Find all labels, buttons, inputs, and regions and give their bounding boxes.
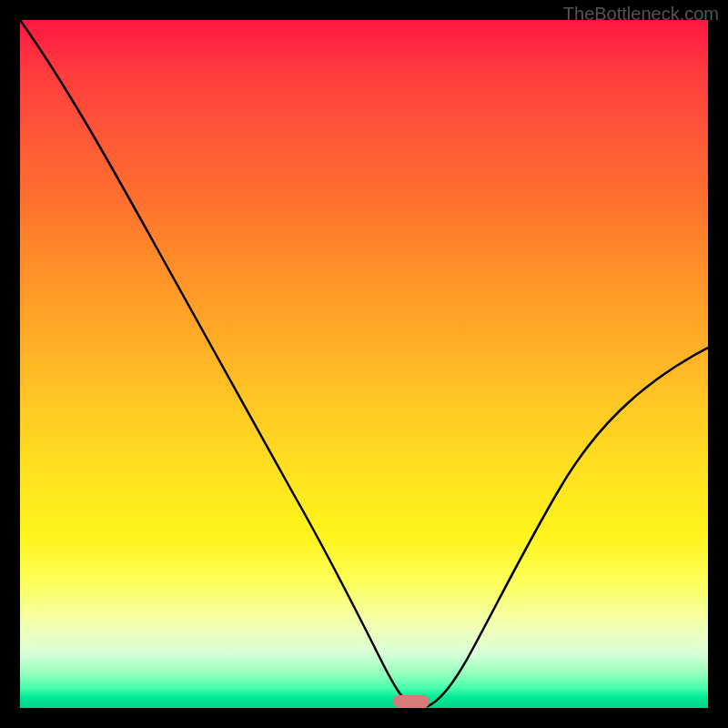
- bottleneck-curve: [20, 20, 708, 708]
- watermark-text: TheBottleneck.com: [563, 4, 719, 25]
- optimal-point-marker: [393, 695, 430, 708]
